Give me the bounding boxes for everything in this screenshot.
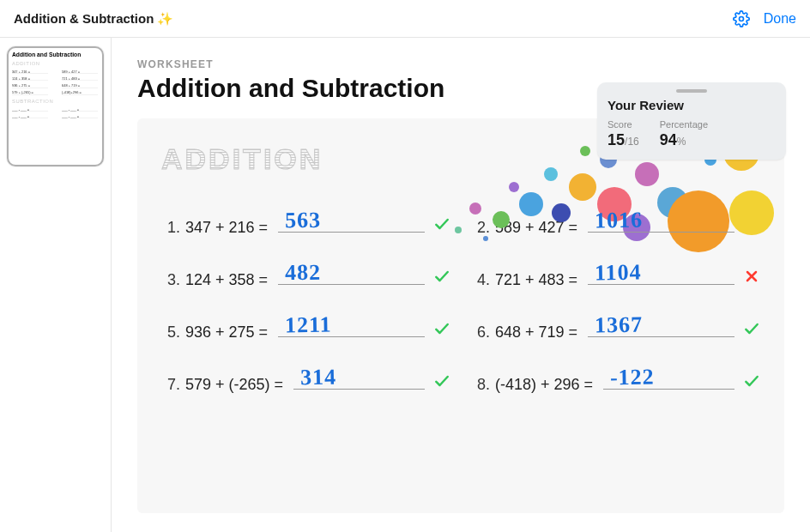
handwritten-answer: 563 xyxy=(285,208,322,234)
settings-icon[interactable] xyxy=(733,10,750,27)
handwritten-answer: 1211 xyxy=(285,312,332,339)
percentage-stat: Percentage 94% xyxy=(660,119,708,149)
answer-field[interactable]: 314 xyxy=(293,367,425,390)
problem-number: 4. xyxy=(471,271,490,289)
problem-number: 3. xyxy=(161,271,180,289)
document-title: Addition & Subtraction ✨ xyxy=(14,11,173,27)
problem-row: 4.721 + 483 =1104 xyxy=(471,263,760,289)
problem-expression: 936 + 275 = xyxy=(185,323,268,342)
problem-number: 7. xyxy=(161,376,180,394)
handwritten-answer: -122 xyxy=(610,365,655,391)
review-card[interactable]: Your Review Score 15/16 Percentage 94% xyxy=(597,82,786,160)
problem-row: 8.(-418) + 296 =-122 xyxy=(471,367,760,394)
page-thumbnails-sidebar: Addition and Subtraction ADDITION 347 + … xyxy=(0,38,112,532)
problem-row: 7.579 + (-265) =314 xyxy=(161,367,450,394)
problem-row: 6.648 + 719 =1367 xyxy=(471,315,760,342)
correct-icon xyxy=(433,320,450,337)
drag-handle-icon[interactable] xyxy=(676,89,707,93)
page-thumbnail[interactable]: Addition and Subtraction ADDITION 347 + … xyxy=(7,46,104,166)
problem-expression: 347 + 216 = xyxy=(185,219,268,237)
svg-point-0 xyxy=(739,16,743,21)
problem-row: 3.124 + 358 =482 xyxy=(161,263,450,289)
answer-field[interactable]: 1104 xyxy=(588,263,734,285)
problems-grid: 1.347 + 216 =5632.589 + 427 =10163.124 +… xyxy=(161,210,760,394)
problem-number: 6. xyxy=(471,323,490,342)
review-heading: Your Review xyxy=(608,98,776,112)
problem-row: 5.936 + 275 =1211 xyxy=(161,315,450,342)
correct-icon xyxy=(743,215,760,233)
answer-field[interactable]: 1211 xyxy=(278,315,425,337)
correct-icon xyxy=(433,372,450,390)
problem-number: 5. xyxy=(161,323,180,342)
svg-point-5 xyxy=(509,182,519,192)
review-stats: Score 15/16 Percentage 94% xyxy=(608,119,776,149)
toolbar-actions: Done xyxy=(733,10,796,27)
done-button[interactable]: Done xyxy=(764,11,796,27)
content-area: Addition and Subtraction ADDITION 347 + … xyxy=(0,38,810,532)
percentage-value: 94% xyxy=(660,131,708,149)
answer-field[interactable]: 1016 xyxy=(588,210,734,233)
problem-number: 8. xyxy=(471,376,490,394)
answer-field[interactable]: -122 xyxy=(603,367,734,390)
percentage-label: Percentage xyxy=(660,119,708,130)
problem-expression: (-418) + 296 = xyxy=(495,376,593,394)
correct-icon xyxy=(433,268,450,285)
handwritten-answer: 482 xyxy=(285,260,322,287)
problem-expression: 124 + 358 = xyxy=(185,271,268,289)
top-toolbar: Addition & Subtraction ✨ Done xyxy=(0,0,810,38)
handwritten-answer: 1104 xyxy=(595,260,642,287)
problem-number: 2. xyxy=(471,219,490,237)
worksheet-canvas: WORKSHEET Addition and Subtraction Your … xyxy=(112,38,810,532)
handwritten-answer: 1367 xyxy=(595,312,644,339)
worksheet-body: ADDITION 1.347 + 216 =5632.589 + 427 =10… xyxy=(137,118,784,513)
page-eyebrow: WORKSHEET xyxy=(137,58,784,70)
problem-row: 2.589 + 427 =1016 xyxy=(471,210,760,237)
score-stat: Score 15/16 xyxy=(608,119,639,149)
score-label: Score xyxy=(608,119,639,130)
problem-expression: 589 + 427 = xyxy=(495,219,577,237)
correct-icon xyxy=(743,320,760,337)
correct-icon xyxy=(743,372,760,390)
correct-icon xyxy=(433,215,450,233)
handwritten-answer: 1016 xyxy=(595,208,644,234)
handwritten-answer: 314 xyxy=(300,365,337,391)
problem-row: 1.347 + 216 =563 xyxy=(161,210,450,237)
problem-number: 1. xyxy=(161,219,180,237)
incorrect-icon xyxy=(743,268,760,285)
problem-expression: 648 + 719 = xyxy=(495,323,577,342)
svg-point-9 xyxy=(569,173,596,201)
answer-field[interactable]: 1367 xyxy=(588,315,734,337)
answer-field[interactable]: 482 xyxy=(278,263,425,285)
answer-field[interactable]: 563 xyxy=(278,210,425,233)
problem-expression: 721 + 483 = xyxy=(495,271,577,289)
score-value: 15/16 xyxy=(608,131,639,149)
problem-expression: 579 + (-265) = xyxy=(185,376,283,394)
